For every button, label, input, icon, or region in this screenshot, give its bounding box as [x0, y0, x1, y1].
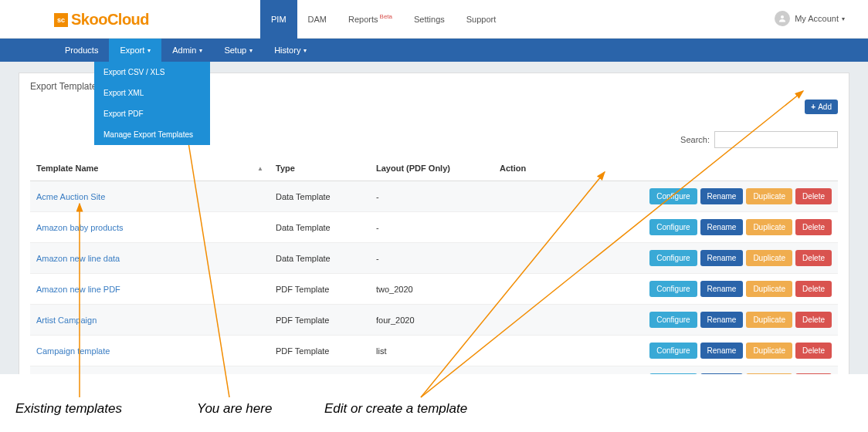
template-name-link[interactable]: Acme Auction Site	[30, 181, 270, 212]
sort-asc-icon: ▲	[257, 165, 263, 172]
delete-button[interactable]: Delete	[795, 219, 832, 235]
bluenav-products[interactable]: Products	[54, 39, 109, 62]
bluenav-setup[interactable]: Setup ▾	[213, 39, 263, 62]
template-name-link[interactable]: Amazon baby products	[30, 212, 270, 243]
template-name-link[interactable]: Amazon new line data	[30, 243, 270, 274]
col-type[interactable]: Type	[270, 156, 370, 181]
duplicate-button[interactable]: Duplicate	[746, 188, 792, 204]
table-row: Amazon new line PDFPDF Templatetwo_2020C…	[30, 274, 838, 305]
bluenav-admin-label: Admin	[172, 46, 196, 55]
template-name-link[interactable]: Campaign template	[30, 336, 270, 366]
template-layout: two_2020	[370, 274, 493, 305]
nav-support[interactable]: Support	[456, 0, 507, 39]
rename-button[interactable]: Rename	[700, 188, 744, 204]
delete-button[interactable]: Delete	[795, 343, 832, 359]
template-type: PDF Template	[270, 305, 370, 336]
delete-button[interactable]: Delete	[795, 250, 832, 266]
chevron-down-icon: ▾	[199, 47, 202, 54]
template-type: Data Template	[270, 212, 370, 243]
rename-button[interactable]: Rename	[700, 343, 744, 359]
table-row: Artist CampaignPDF Templatefour_2020Conf…	[30, 305, 838, 336]
dropdown-manage-templates[interactable]: Manage Export Templates	[94, 124, 210, 145]
template-name-link[interactable]: Amazon new line PDF	[30, 274, 270, 305]
search-label: Search:	[680, 135, 710, 144]
table-row: Amazon baby productsData Template-Config…	[30, 212, 838, 243]
table-row: Amazon new line dataData Template-Config…	[30, 243, 838, 274]
search-input[interactable]	[714, 131, 838, 148]
dropdown-export-xml[interactable]: Export XML	[94, 83, 210, 103]
duplicate-button[interactable]: Duplicate	[746, 219, 792, 235]
svg-point-0	[781, 15, 784, 19]
configure-button[interactable]: Configure	[649, 312, 697, 328]
bluenav-export-label: Export	[120, 46, 144, 55]
bluenav-history[interactable]: History ▾	[263, 39, 317, 62]
dropdown-export-csv[interactable]: Export CSV / XLS	[94, 62, 210, 83]
delete-button[interactable]: Delete	[795, 281, 832, 297]
nav-dam[interactable]: DAM	[297, 0, 337, 39]
rename-button[interactable]: Rename	[700, 312, 744, 328]
add-button-label: Add	[818, 103, 832, 111]
bluenav-admin[interactable]: Admin ▾	[161, 39, 213, 62]
configure-button[interactable]: Configure	[649, 188, 697, 204]
nav-reports-label: Reports	[348, 15, 378, 24]
rename-button[interactable]: Rename	[700, 373, 744, 374]
bluenav-export[interactable]: Export ▾	[109, 39, 161, 62]
bluenav-history-label: History	[274, 46, 300, 55]
logo-square: sc	[54, 13, 68, 27]
col-layout[interactable]: Layout (PDF Only)	[370, 156, 493, 181]
chevron-down-icon: ▾	[303, 47, 307, 54]
configure-button[interactable]: Configure	[649, 250, 697, 266]
duplicate-button[interactable]: Duplicate	[746, 312, 792, 328]
chevron-down-icon: ▾	[249, 47, 253, 54]
rename-button[interactable]: Rename	[700, 250, 744, 266]
duplicate-button[interactable]: Duplicate	[746, 343, 792, 359]
duplicate-button[interactable]: Duplicate	[746, 373, 792, 374]
chevron-down-icon: ▾	[842, 15, 845, 22]
template-layout: -	[370, 366, 493, 375]
template-type: PDF Template	[270, 274, 370, 305]
logo-text: SkooCloud	[71, 11, 149, 29]
rename-button[interactable]: Rename	[700, 219, 744, 235]
table-row: Acme Auction SiteData Template-Configure…	[30, 181, 838, 212]
nav-settings[interactable]: Settings	[403, 0, 456, 39]
template-name-link[interactable]: Debenhams new line data	[30, 366, 270, 375]
col-action: Action	[493, 156, 838, 181]
nav-reports[interactable]: Reports Beta	[337, 0, 403, 39]
template-layout: -	[370, 243, 493, 274]
template-layout: -	[370, 181, 493, 212]
rename-button[interactable]: Rename	[700, 281, 744, 297]
table-row: Debenhams new line dataData Template-Con…	[30, 366, 838, 375]
my-account-label: My Account	[795, 14, 839, 23]
template-layout: list	[370, 336, 493, 366]
annotation-edit-create: Edit or create a template	[324, 401, 467, 417]
template-type: Data Template	[270, 181, 370, 212]
col-template-name[interactable]: Template Name ▲	[30, 156, 270, 181]
configure-button[interactable]: Configure	[649, 281, 697, 297]
my-account-menu[interactable]: My Account ▾	[775, 11, 845, 26]
nav-pim[interactable]: PIM	[260, 0, 297, 39]
table-row: Campaign templatePDF TemplatelistConfigu…	[30, 336, 838, 366]
delete-button[interactable]: Delete	[795, 312, 832, 328]
export-dropdown: Export CSV / XLS Export XML Export PDF M…	[94, 62, 210, 145]
logo[interactable]: sc SkooCloud	[54, 11, 149, 29]
template-type: Data Template	[270, 366, 370, 375]
chevron-down-icon: ▾	[147, 47, 151, 54]
configure-button[interactable]: Configure	[649, 343, 697, 359]
annotation-existing-templates: Existing templates	[15, 401, 122, 417]
template-layout: -	[370, 212, 493, 243]
delete-button[interactable]: Delete	[795, 373, 832, 374]
add-button[interactable]: + Add	[805, 100, 838, 114]
dropdown-export-pdf[interactable]: Export PDF	[94, 103, 210, 124]
template-layout: four_2020	[370, 305, 493, 336]
duplicate-button[interactable]: Duplicate	[746, 281, 792, 297]
duplicate-button[interactable]: Duplicate	[746, 250, 792, 266]
avatar-icon	[775, 11, 790, 26]
configure-button[interactable]: Configure	[649, 373, 697, 374]
col-template-name-label: Template Name	[36, 164, 99, 173]
template-type: Data Template	[270, 243, 370, 274]
templates-table: Template Name ▲ Type Layout (PDF Only) A…	[30, 156, 838, 374]
template-name-link[interactable]: Artist Campaign	[30, 305, 270, 336]
delete-button[interactable]: Delete	[795, 188, 832, 204]
bluenav-setup-label: Setup	[224, 46, 246, 55]
configure-button[interactable]: Configure	[649, 219, 697, 235]
